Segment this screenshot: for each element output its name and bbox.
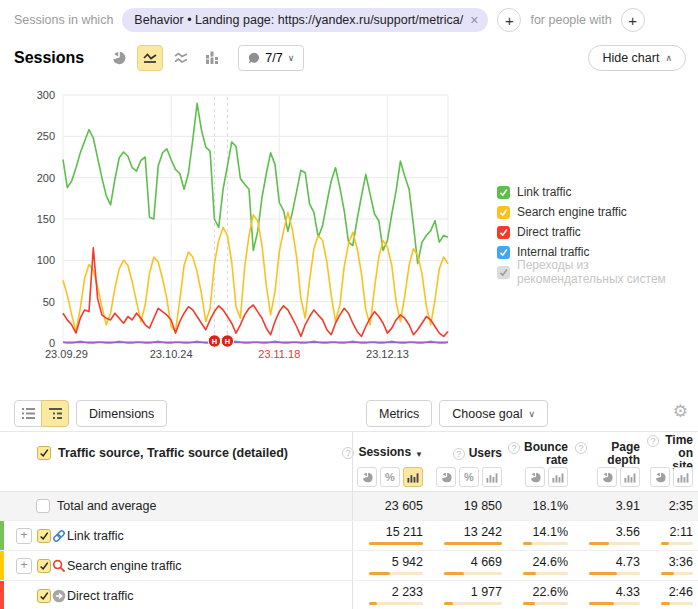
select-all-checkbox[interactable]	[37, 446, 51, 460]
metric-display-switcher	[573, 467, 645, 487]
flat-list-view-button[interactable]	[14, 400, 42, 427]
check-icon	[499, 208, 508, 217]
choose-goal-label: Choose goal	[452, 407, 522, 421]
dimensions-button[interactable]: Dimensions	[76, 400, 167, 427]
metric-bar	[589, 602, 640, 605]
for-people-with-label: for people with	[530, 13, 611, 27]
percent-display-button[interactable]: %	[380, 467, 400, 487]
settings-gear-icon[interactable]: ⚙	[673, 403, 688, 420]
series-line	[63, 103, 448, 263]
expand-row-button[interactable]: +	[16, 558, 32, 574]
table-row: Total and average23 60519 85018.1%3.912:…	[0, 492, 698, 521]
note-pin-label: Н	[225, 337, 230, 346]
pie-chart-type-button[interactable]	[106, 45, 132, 71]
pie-display-button[interactable]	[357, 467, 377, 487]
metric-value-cell: 4.33	[573, 586, 645, 605]
help-question-icon[interactable]: ?	[647, 435, 659, 447]
metric-value: 4 669	[436, 556, 502, 569]
note-pin[interactable]: Н	[208, 335, 220, 347]
table-row: Direct traffic2 2331 97722.6%4.332:46	[0, 581, 698, 609]
legend-item[interactable]: Search engine traffic	[497, 202, 698, 222]
note-pin-label: Н	[212, 337, 217, 346]
y-axis-tick-label: 100	[37, 254, 55, 266]
metric-value-cell: 3.56	[573, 526, 645, 545]
help-question-icon[interactable]: ?	[453, 448, 465, 460]
y-axis-tick-label: 50	[43, 296, 55, 308]
legend-item[interactable]: Direct traffic	[497, 222, 698, 242]
column-header-users[interactable]: ?Users	[428, 445, 507, 460]
bars-display-button[interactable]	[482, 467, 502, 487]
pie-display-button[interactable]	[650, 467, 670, 487]
column-chart-type-button[interactable]	[199, 45, 225, 71]
legend-checkbox[interactable]	[497, 266, 510, 279]
report-table: Traffic source, Traffic source (detailed…	[0, 431, 698, 609]
stacked-area-chart-type-button[interactable]	[168, 45, 194, 71]
bars-icon	[624, 472, 636, 483]
bars-display-button[interactable]	[620, 467, 640, 487]
row-label[interactable]: Direct traffic	[0, 589, 133, 603]
metric-value-cell: 18.1%	[507, 500, 573, 513]
table-toolbar: Dimensions Metrics Choose goal ∨ ⚙	[14, 400, 690, 427]
pie-display-button[interactable]	[525, 467, 545, 487]
help-question-icon[interactable]: ?	[575, 442, 587, 454]
column-header-sessions[interactable]: ?Sessions▼	[353, 444, 428, 461]
notes-dropdown-button[interactable]: 7/7 ∨	[238, 45, 304, 71]
row-color-strip	[0, 551, 4, 580]
expand-row-button[interactable]: +	[16, 528, 32, 544]
bars-display-button[interactable]	[673, 467, 693, 487]
check-icon	[39, 531, 49, 541]
metric-value: 18.1%	[515, 500, 568, 513]
row-checkbox[interactable]	[37, 529, 51, 543]
column-header-page-depth[interactable]: ?Page depth	[573, 439, 645, 467]
metric-value: 2:11	[653, 526, 693, 539]
column-header-label: Page depth	[591, 441, 640, 467]
sessions-line-chart[interactable]: 05010015020025030023.09.2923.10.2423.11.…	[20, 85, 460, 365]
help-question-icon[interactable]: ?	[508, 442, 520, 454]
tree-list-view-button[interactable]	[41, 400, 69, 427]
row-checkbox[interactable]	[36, 499, 50, 513]
legend-checkbox[interactable]	[497, 206, 510, 219]
metric-bar	[589, 542, 640, 545]
line-chart-type-button[interactable]	[137, 45, 163, 71]
x-axis-tick-label: 23.09.29	[45, 348, 88, 360]
bars-icon	[407, 472, 419, 483]
row-label[interactable]: Total and average	[0, 499, 156, 513]
check-icon	[499, 228, 508, 237]
bars-display-button[interactable]	[403, 467, 423, 487]
add-people-condition-button[interactable]: +	[621, 8, 645, 32]
choose-goal-dropdown[interactable]: Choose goal ∨	[439, 400, 548, 427]
x-axis-tick-label: 23.11.18	[258, 348, 300, 360]
row-checkbox[interactable]	[37, 589, 51, 603]
percent-display-button[interactable]: %	[459, 467, 479, 487]
metrics-button[interactable]: Metrics	[366, 400, 432, 427]
stacked-area-chart-icon	[174, 51, 188, 65]
pie-display-button[interactable]	[597, 467, 617, 487]
segment-chip[interactable]: Behavior • Landing page: https://yandex.…	[122, 8, 488, 32]
legend-item[interactable]: Переходы из рекомендательных систем	[497, 262, 698, 282]
add-session-condition-button[interactable]: +	[497, 8, 521, 32]
bars-display-button[interactable]	[548, 467, 568, 487]
remove-segment-icon[interactable]: ×	[470, 13, 478, 27]
legend-checkbox[interactable]	[497, 246, 510, 259]
note-pin[interactable]: Н	[221, 335, 233, 347]
hide-chart-button[interactable]: Hide chart ∧	[588, 45, 686, 71]
legend-item[interactable]: Link traffic	[497, 182, 698, 202]
bars-icon	[677, 472, 689, 483]
metric-value-cell: 2:46	[645, 586, 698, 605]
y-axis-tick-label: 150	[37, 213, 55, 225]
check-icon	[39, 561, 49, 571]
metric-value: 5 942	[361, 556, 423, 569]
legend-label: Internal traffic	[517, 245, 589, 259]
pie-display-button[interactable]	[436, 467, 456, 487]
column-header-label: Bounce rate	[524, 441, 568, 467]
legend-checkbox[interactable]	[497, 186, 510, 199]
check-icon	[39, 591, 49, 601]
legend-checkbox[interactable]	[497, 226, 510, 239]
dimension-cell: Total and average	[0, 492, 353, 520]
row-checkbox[interactable]	[37, 559, 51, 573]
metric-value-cell: 5 942	[353, 556, 428, 575]
metric-display-switcher	[507, 467, 573, 487]
column-header-bounce-rate[interactable]: ?Bounce rate	[507, 439, 573, 467]
metric-bar	[523, 602, 568, 605]
segment-filter-bar: Sessions in which Behavior • Landing pag…	[14, 7, 690, 33]
